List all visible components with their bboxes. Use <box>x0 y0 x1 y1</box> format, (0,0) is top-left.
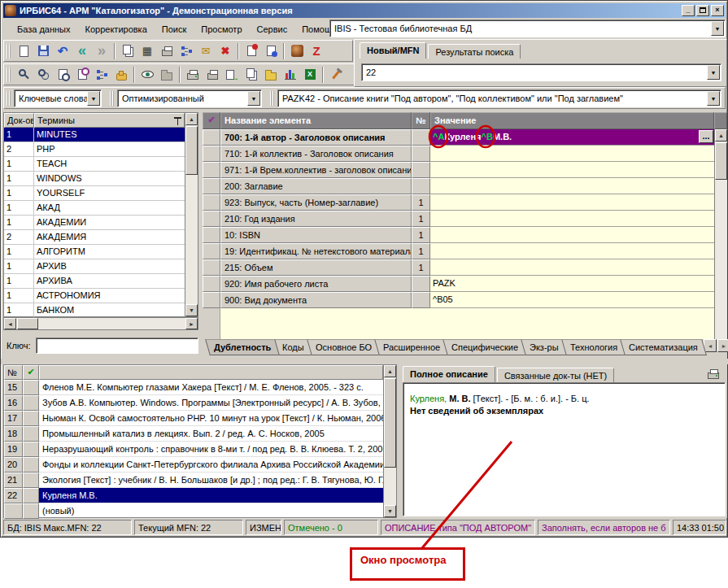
doc-check-cell[interactable] <box>23 442 39 457</box>
term-row[interactable]: 1БАНКОМ <box>4 303 185 318</box>
menu-item-1[interactable]: Корректировка <box>78 22 155 37</box>
field-name-cell[interactable]: 10: ISBN <box>220 227 412 243</box>
field-name-cell[interactable]: 200: Заглавие <box>220 178 412 194</box>
complex-search-button[interactable] <box>111 66 131 84</box>
search-button[interactable] <box>14 66 33 84</box>
mfn-combo[interactable]: 22 ▼ <box>361 63 721 81</box>
doc-check-cell[interactable] <box>23 473 39 488</box>
field-name-cell[interactable]: 700: 1-й автор - Заголовок описания <box>220 129 412 146</box>
toolbar-grip[interactable] <box>7 44 11 59</box>
field-name-cell[interactable]: 210: Год издания <box>220 211 412 227</box>
scroll-down-icon[interactable]: ▼ <box>384 505 396 517</box>
field-check-cell[interactable] <box>203 243 220 259</box>
doc-check-cell[interactable] <box>23 503 39 519</box>
term-row[interactable]: 1АРХИВА <box>4 274 185 289</box>
record-cancel-button[interactable] <box>242 42 261 60</box>
field-check-cell[interactable] <box>203 227 220 243</box>
field-name-cell[interactable]: 215: Объем <box>220 259 412 276</box>
dictionary-combo[interactable]: Ключевые слова ▼ <box>14 89 102 107</box>
copy-doc-button[interactable] <box>242 66 261 84</box>
search-tree-button[interactable] <box>92 66 111 84</box>
field-value-cell[interactable] <box>430 259 714 276</box>
editor-tab-2[interactable]: Основное БО <box>307 339 381 355</box>
maximize-button[interactable] <box>696 5 709 16</box>
menu-item-2[interactable]: Поиск <box>155 22 194 37</box>
doc-num-column-header[interactable]: № <box>4 365 23 380</box>
editor-tab-0[interactable]: Дублетность <box>205 339 280 355</box>
check-column-header[interactable]: ✔ <box>203 112 220 129</box>
doclist-vertical-scrollbar[interactable]: ▲ ▼ <box>383 365 396 517</box>
record-status-button[interactable] <box>261 42 281 60</box>
minimize-button[interactable]: _ <box>682 5 695 16</box>
document-row[interactable]: 18Промышленный катализ в лекциях. Вып. 2… <box>4 426 383 442</box>
copy-record-button[interactable] <box>118 42 137 60</box>
field-name-column-header[interactable]: Название элемента <box>220 112 412 129</box>
document-row[interactable]: 16Зубов А.В. Компьютер. Windows. Програм… <box>4 395 383 411</box>
folder-out-button[interactable] <box>261 66 281 84</box>
terms-vertical-scrollbar[interactable]: ▲ ▼ <box>185 113 198 316</box>
search-form-button[interactable] <box>53 66 72 84</box>
document-row[interactable]: 15Фленов М.Е. Компьютер глазами Хакера [… <box>4 380 383 395</box>
document-row[interactable]: 21Экология [Текст] : учебник / В. Н. Бол… <box>4 473 383 488</box>
scroll-right-icon[interactable]: ► <box>185 318 198 329</box>
excel-button[interactable]: X <box>300 66 320 84</box>
worksheet-tiles-button[interactable]: ▦ <box>137 42 157 60</box>
term-row[interactable]: 2АКАДЕМИЯ <box>4 230 185 245</box>
doc-check-cell[interactable] <box>23 411 39 426</box>
field-check-cell[interactable] <box>203 211 220 227</box>
term-row[interactable]: 1АРХИВ <box>4 259 185 274</box>
term-row[interactable]: 1АЛГОРИТМ <box>4 245 185 259</box>
pin-icon[interactable] <box>174 116 181 125</box>
term-row[interactable]: 1YOURSELF <box>4 186 185 201</box>
back-button[interactable]: « <box>72 42 92 60</box>
field-value-cell[interactable] <box>430 227 714 243</box>
tools-button[interactable] <box>326 66 346 84</box>
field-name-cell[interactable]: 923: Выпуск, часть (Номер-заглавие) <box>220 194 412 211</box>
field-value-cell[interactable] <box>430 146 714 162</box>
field-check-cell[interactable] <box>203 146 220 162</box>
delete-record-button[interactable]: ✖ <box>216 42 235 60</box>
term-row[interactable]: 1TEACH <box>4 157 185 172</box>
document-row[interactable]: 22Курленя М.В. <box>4 488 383 503</box>
new-record-button[interactable] <box>14 42 33 60</box>
tab-mfn-1[interactable]: Результаты поиска <box>428 44 521 59</box>
field-check-cell[interactable] <box>203 162 220 178</box>
doc-check-cell[interactable] <box>23 488 39 503</box>
editor-tab-5[interactable]: Экз-ры <box>521 339 567 355</box>
document-row[interactable]: 20Фонды и коллекции Санкт-Петербургского… <box>4 457 383 473</box>
field-check-cell[interactable] <box>203 178 220 194</box>
editor-tab-3[interactable]: Расширенное <box>374 339 449 355</box>
scrollbar-thumb[interactable] <box>185 126 198 175</box>
menu-item-3[interactable]: Просмотр <box>194 22 249 37</box>
title-bar[interactable]: ИРБИС64 - АРМ "Каталогизатор" - Демонстр… <box>3 3 726 18</box>
save-record-button[interactable] <box>33 42 53 60</box>
forward-button[interactable]: » <box>92 42 111 60</box>
stats-button[interactable] <box>281 66 300 84</box>
send-record-button[interactable]: ✉ <box>196 42 216 60</box>
undo-button[interactable]: ↶ <box>53 42 72 60</box>
terms-col-term[interactable]: Термины <box>34 113 185 128</box>
scrollbar-thumb[interactable] <box>715 142 727 180</box>
editor-tab-4[interactable]: Специфические <box>442 339 527 355</box>
document-row[interactable]: 17Ньюман К. Освой самостоятельно PHP. 10… <box>4 411 383 426</box>
editor-tab-6[interactable]: Технология <box>561 339 626 355</box>
menu-item-4[interactable]: Сервис <box>250 22 295 37</box>
field-name-cell[interactable]: 19: Идентификац. № нетекстового материал… <box>220 243 412 259</box>
field-check-cell[interactable] <box>203 292 220 308</box>
tab-scroll-left-icon[interactable]: ◄ <box>704 339 717 352</box>
close-button[interactable]: × <box>711 5 724 16</box>
field-check-cell[interactable] <box>203 194 220 211</box>
print-edit-button[interactable] <box>157 42 177 60</box>
value-expand-button[interactable]: ... <box>699 130 713 143</box>
editor-vertical-scrollbar[interactable]: ▲ ▼ <box>714 129 727 359</box>
field-value-cell[interactable] <box>430 162 714 178</box>
doc-check-cell[interactable] <box>23 380 39 395</box>
scrollbar-thumb[interactable] <box>17 318 38 329</box>
editor-tab-7[interactable]: Систематизация <box>620 339 707 355</box>
field-name-cell[interactable]: 971: 1-й Врем.коллектив - заголовок опис… <box>220 162 412 178</box>
scroll-down-icon[interactable]: ▼ <box>185 304 198 316</box>
view-eye-button[interactable] <box>137 66 157 84</box>
print-setup-button[interactable] <box>203 66 222 84</box>
key-input[interactable] <box>36 338 198 354</box>
chevron-down-icon[interactable]: ▼ <box>87 91 100 106</box>
